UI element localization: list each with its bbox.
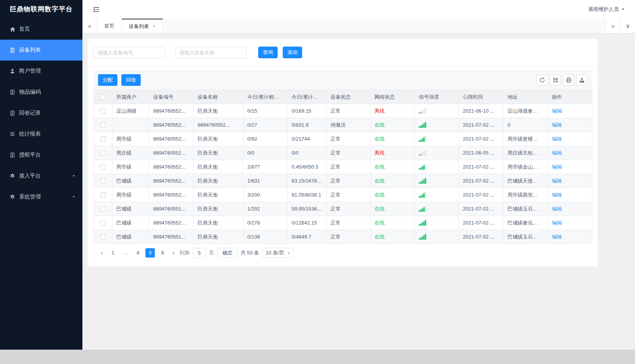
sidebar-item-item-code[interactable]: 物品编码 bbox=[0, 82, 82, 103]
sidebar-item-system-management[interactable]: 系统管理▼ bbox=[0, 186, 82, 207]
device-name-input[interactable] bbox=[175, 47, 247, 58]
tabs-menu-icon[interactable]: ∨ bbox=[620, 19, 635, 33]
clipboard-icon bbox=[9, 89, 16, 95]
export-icon[interactable] bbox=[576, 75, 587, 85]
query-button[interactable]: 查询 bbox=[258, 47, 278, 58]
edit-link[interactable]: 编辑 bbox=[552, 136, 562, 142]
page-number-1[interactable]: 1 bbox=[108, 248, 117, 258]
sidebar-item-device-list[interactable]: 设备列表 bbox=[0, 40, 82, 61]
table-widget: 分配 回收 bbox=[93, 70, 592, 262]
edit-link[interactable]: 编辑 bbox=[552, 122, 562, 128]
cell-address: 0 bbox=[504, 118, 548, 132]
cell-network-status: 离线 bbox=[371, 146, 415, 160]
tab-device-list[interactable]: 设备列表× bbox=[122, 19, 163, 33]
page-size-select[interactable]: 10 条/页 ∨ bbox=[262, 248, 293, 258]
cell-address: 巴城镇玉石... bbox=[504, 202, 548, 216]
edit-link[interactable]: 编辑 bbox=[552, 108, 562, 114]
row-checkbox[interactable] bbox=[100, 192, 106, 198]
edit-link[interactable]: 编辑 bbox=[552, 164, 562, 170]
row-checkbox[interactable] bbox=[100, 178, 106, 184]
edit-link[interactable]: 编辑 bbox=[552, 206, 562, 212]
column-header: 设备编号 bbox=[149, 90, 194, 104]
cell-device-no: 8694760552... bbox=[149, 132, 194, 146]
row-checkbox[interactable] bbox=[100, 122, 106, 128]
cell-merchant: 巴城镇 bbox=[112, 202, 149, 216]
column-settings-icon[interactable] bbox=[550, 75, 561, 85]
refresh-icon[interactable] bbox=[537, 75, 548, 85]
cell-merchant: 巴城镇 bbox=[112, 174, 149, 188]
sidebar-item-label: 商户管理 bbox=[19, 68, 41, 75]
device-no-input[interactable] bbox=[93, 47, 165, 58]
row-checkbox[interactable] bbox=[100, 136, 106, 142]
tabs-scroll-left-icon[interactable]: « bbox=[82, 19, 97, 33]
column-header: 心跳时间 bbox=[459, 90, 504, 104]
cell-device-no: 8694760551... bbox=[149, 230, 194, 244]
edit-link[interactable]: 编辑 bbox=[552, 220, 562, 226]
cell-today-count: 0/138 bbox=[243, 230, 288, 244]
assign-button[interactable]: 分配 bbox=[98, 74, 117, 86]
page-number-5[interactable]: 5 bbox=[145, 248, 155, 258]
cell-signal bbox=[415, 202, 459, 216]
gear-icon bbox=[9, 173, 16, 179]
row-checkbox[interactable] bbox=[100, 220, 106, 226]
tab-home[interactable]: 首页 bbox=[97, 19, 122, 33]
cell-address: 巴城镇天使... bbox=[504, 174, 548, 188]
cell-signal bbox=[415, 216, 459, 230]
row-checkbox[interactable] bbox=[100, 234, 106, 240]
cell-device-status: 正常 bbox=[327, 174, 371, 188]
column-header: 网络状态 bbox=[371, 90, 415, 104]
user-menu[interactable]: 系统维护人员 ▼ bbox=[588, 6, 625, 13]
sidebar-item-label: 设备列表 bbox=[19, 47, 41, 54]
cell-signal bbox=[415, 160, 459, 174]
cell-today-count: 0/278 bbox=[243, 216, 288, 230]
sidebar-item-authorization-platform[interactable]: 授权平台 bbox=[0, 145, 82, 165]
cell-device-status: 待激活 bbox=[327, 118, 371, 132]
print-icon[interactable] bbox=[563, 75, 574, 85]
row-checkbox[interactable] bbox=[100, 108, 106, 114]
next-page-icon[interactable]: › bbox=[170, 249, 176, 256]
select-all-checkbox[interactable] bbox=[100, 94, 106, 100]
cell-device-status: 正常 bbox=[327, 230, 371, 244]
signal-strength-icon bbox=[419, 136, 455, 142]
add-button[interactable]: 添加 bbox=[283, 47, 302, 58]
sidebar-item-label: 物品编码 bbox=[19, 89, 41, 96]
goto-confirm-button[interactable]: 确定 bbox=[217, 248, 238, 258]
row-checkbox[interactable] bbox=[100, 164, 106, 170]
collapse-sidebar-icon[interactable] bbox=[93, 5, 101, 14]
cell-device-name: 8694760552... bbox=[194, 118, 243, 132]
table-head: 所属商户设备编号设备名称今日/累计称...今日/累计重...设备状态网络状态信号… bbox=[94, 90, 592, 104]
close-icon[interactable]: × bbox=[153, 24, 156, 29]
cell-merchant: 淀山湖镇 bbox=[112, 104, 149, 118]
row-checkbox[interactable] bbox=[100, 150, 106, 156]
recycle-button[interactable]: 回收 bbox=[121, 74, 141, 86]
home-icon bbox=[9, 26, 16, 32]
sidebar-item-label: 回收记录 bbox=[19, 110, 41, 117]
page-number-4[interactable]: 4 bbox=[133, 248, 142, 258]
cell-today-weight: 61.05/6038.1 bbox=[288, 188, 327, 202]
tabs-scroll-right-icon[interactable]: » bbox=[605, 19, 620, 33]
cell-today-count: 0/27 bbox=[243, 118, 288, 132]
column-header: 设备名称 bbox=[194, 90, 243, 104]
content-area: 查询 添加 分配 回收 bbox=[82, 33, 635, 350]
cell-today-count: 3/200 bbox=[243, 188, 288, 202]
cell-today-weight: 0/4849.7 bbox=[288, 230, 327, 244]
edit-link[interactable]: 编辑 bbox=[552, 192, 562, 198]
prev-page-icon[interactable]: ‹ bbox=[99, 249, 105, 256]
cell-today-weight: 0.45/6050.5 bbox=[288, 160, 327, 174]
sidebar-item-statistics-report[interactable]: 统计报表 bbox=[0, 124, 82, 145]
cell-network-status: 在线 bbox=[371, 230, 415, 244]
page-number-6[interactable]: 6 bbox=[158, 248, 167, 258]
sidebar-item-access-platform[interactable]: 接入平台▼ bbox=[0, 165, 82, 186]
sidebar-item-home[interactable]: 首页 bbox=[0, 19, 82, 40]
goto-page-input[interactable] bbox=[193, 248, 206, 258]
edit-link[interactable]: 编辑 bbox=[552, 234, 562, 240]
cell-device-no: 8694760552... bbox=[149, 118, 194, 132]
table-row: 巴城镇8694760552...巨鼎天衡1/63163.15/24785...正… bbox=[94, 174, 592, 188]
sidebar-item-recycle-records[interactable]: 回收记录 bbox=[0, 103, 82, 124]
row-checkbox[interactable] bbox=[100, 206, 106, 212]
edit-link[interactable]: 编辑 bbox=[552, 150, 562, 156]
cell-network-status: 在线 bbox=[371, 118, 415, 132]
edit-link[interactable]: 编辑 bbox=[552, 178, 562, 184]
cell-heartbeat: 2021-07-02 ... bbox=[459, 160, 504, 174]
sidebar-item-merchant-management[interactable]: 商户管理 bbox=[0, 61, 82, 82]
